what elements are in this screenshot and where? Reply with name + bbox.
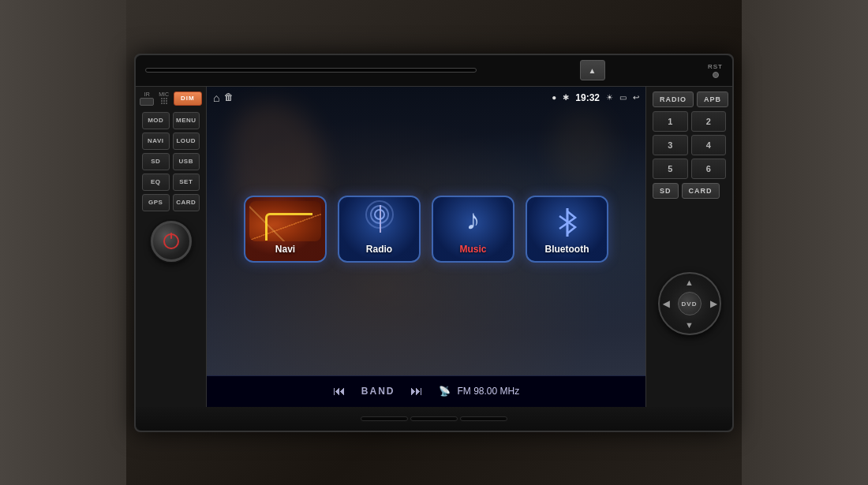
sd-right-button[interactable]: SD	[653, 183, 679, 199]
ir-mic-row: IR MIC DIM	[140, 91, 202, 106]
preset-4-button[interactable]: 4	[691, 135, 727, 155]
vent-slot-2	[410, 416, 458, 421]
bluetooth-app-icon[interactable]: Bluetooth	[526, 196, 608, 263]
menu-button[interactable]: MENU	[173, 112, 200, 129]
preset-2-button[interactable]: 2	[691, 111, 727, 132]
dvd-wheel-container: ▲ ◀ DVD ▶ ▼	[653, 206, 726, 402]
right-panel: RADIO APB 1 2 3 4 5 6 SD CARD	[645, 87, 732, 407]
mod-button[interactable]: MOD	[142, 112, 170, 129]
mod-menu-row: MOD MENU	[142, 112, 200, 129]
bluetooth-graphic	[531, 203, 603, 241]
status-left: ⌂ 🗑	[213, 91, 234, 104]
knob-area	[151, 221, 192, 262]
bottom-vent	[136, 407, 732, 431]
radio-app-icon[interactable]: Radio	[338, 196, 421, 263]
ir-block: IR	[140, 91, 154, 106]
next-button[interactable]: ⏭	[410, 384, 423, 398]
set-button[interactable]: SET	[173, 173, 200, 191]
sd-card-row: SD CARD	[653, 183, 726, 199]
eq-button[interactable]: EQ	[142, 173, 170, 191]
media-bar: ⏮ BAND ⏭ 📡 FM 98.00 MHz	[207, 375, 645, 407]
loud-button[interactable]: LOUD	[173, 132, 200, 150]
sd-usb-row: SD USB	[142, 153, 200, 170]
vent-slot-1	[361, 416, 408, 421]
main-area: IR MIC DIM MOD MENU	[136, 87, 732, 407]
screen-container: ⌂ 🗑 ● ✱ 19:32 ☀ ▭ ↩	[207, 87, 645, 407]
side-panel-left	[0, 0, 126, 485]
frequency-text: FM 98.00 MHz	[457, 386, 519, 397]
back-icon[interactable]: ↩	[633, 93, 639, 102]
left-panel: IR MIC DIM MOD MENU	[136, 87, 207, 407]
navi-button[interactable]: NAVI	[142, 132, 170, 150]
signal-dot-icon: ●	[552, 93, 556, 102]
status-right: ● ✱ 19:32 ☀ ▭ ↩	[552, 92, 639, 103]
signal-antenna-icon: 📡	[439, 386, 451, 397]
preset-grid: 1 2 3 4 5 6	[653, 111, 726, 179]
ir-sensor	[140, 98, 154, 106]
navi-route-line	[265, 213, 312, 241]
eq-set-row: EQ SET	[142, 173, 200, 191]
rst-dot[interactable]	[713, 72, 719, 78]
app-grid: Navi	[207, 118, 645, 340]
bluetooth-label: Bluetooth	[545, 244, 589, 255]
apb-button[interactable]: APB	[697, 91, 728, 107]
cd-slot	[145, 68, 477, 73]
mic-block: MIC	[159, 91, 169, 106]
power-knob[interactable]	[151, 221, 192, 262]
dvd-right-arrow[interactable]: ▶	[710, 299, 716, 309]
rst-label: RST	[708, 63, 723, 70]
card-left-button[interactable]: CARD	[173, 194, 200, 211]
preset-6-button[interactable]: 6	[691, 159, 727, 179]
brightness-icon: ☀	[606, 93, 613, 102]
vent-slot-3	[460, 416, 507, 421]
dvd-wheel[interactable]: ▲ ◀ DVD ▶ ▼	[658, 272, 721, 335]
mic-dots	[161, 98, 167, 104]
usb-button[interactable]: USB	[173, 153, 200, 170]
music-note-icon: ♪	[466, 203, 481, 237]
dvd-label: DVD	[682, 300, 698, 308]
gps-card-row: GPS CARD	[142, 194, 200, 211]
bluetooth-status-icon: ✱	[563, 93, 569, 102]
preset-1-button[interactable]: 1	[653, 111, 688, 132]
dvd-up-arrow[interactable]: ▲	[685, 278, 694, 287]
sd-left-button[interactable]: SD	[142, 153, 170, 170]
top-strip: ▲ RST	[136, 55, 732, 87]
head-unit: ▲ RST IR MIC	[134, 54, 734, 432]
dvd-left-arrow[interactable]: ◀	[663, 299, 669, 309]
power-line	[170, 233, 172, 239]
radio-graphic	[360, 205, 399, 241]
radio-wave-3	[365, 200, 394, 229]
ir-label: IR	[144, 91, 150, 97]
navi-app-icon[interactable]: Navi	[244, 196, 327, 263]
home-icon[interactable]: ⌂	[213, 91, 219, 104]
eject-button[interactable]: ▲	[580, 60, 605, 80]
car-interior: ▲ RST IR MIC	[0, 0, 868, 485]
mic-label: MIC	[159, 91, 169, 97]
trash-icon[interactable]: 🗑	[224, 91, 234, 104]
music-label: Music	[459, 244, 486, 255]
radio-right-button[interactable]: RADIO	[653, 91, 694, 107]
preset-5-button[interactable]: 5	[653, 159, 688, 179]
bluetooth-symbol-svg	[552, 205, 583, 240]
preset-3-button[interactable]: 3	[653, 135, 688, 155]
screen[interactable]: ⌂ 🗑 ● ✱ 19:32 ☀ ▭ ↩	[207, 87, 645, 375]
prev-button[interactable]: ⏮	[333, 384, 346, 398]
navi-loud-row: NAVI LOUD	[142, 132, 200, 150]
music-app-icon[interactable]: ♪ Music	[432, 196, 514, 263]
power-ring	[163, 233, 179, 249]
card-right-button[interactable]: CARD	[682, 183, 720, 199]
frequency-display: 📡 FM 98.00 MHz	[439, 386, 519, 397]
dvd-down-arrow[interactable]: ▼	[685, 320, 694, 330]
navi-label: Navi	[275, 244, 295, 255]
rst-area: RST	[708, 63, 723, 78]
side-panel-right	[742, 0, 868, 485]
radio-label: Radio	[366, 244, 392, 255]
navi-graphic	[249, 201, 321, 241]
dim-button[interactable]: DIM	[174, 91, 202, 106]
radio-apb-row: RADIO APB	[653, 91, 726, 107]
dvd-center-button[interactable]: DVD	[678, 292, 702, 315]
battery-icon: ▭	[619, 93, 627, 102]
gps-button[interactable]: GPS	[142, 194, 170, 211]
status-bar: ⌂ 🗑 ● ✱ 19:32 ☀ ▭ ↩	[213, 91, 639, 104]
time-display: 19:32	[575, 92, 600, 103]
